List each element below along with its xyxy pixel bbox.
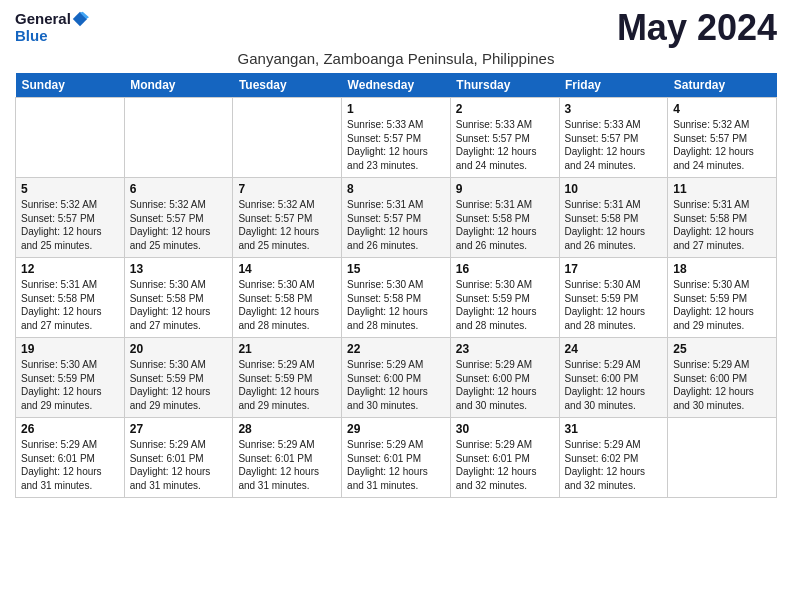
week-row-5: 26Sunrise: 5:29 AM Sunset: 6:01 PM Dayli… bbox=[16, 418, 777, 498]
calendar-cell: 16Sunrise: 5:30 AM Sunset: 5:59 PM Dayli… bbox=[450, 258, 559, 338]
calendar-cell: 26Sunrise: 5:29 AM Sunset: 6:01 PM Dayli… bbox=[16, 418, 125, 498]
day-info: Sunrise: 5:31 AM Sunset: 5:58 PM Dayligh… bbox=[565, 198, 663, 252]
day-number: 5 bbox=[21, 182, 119, 196]
calendar-cell: 2Sunrise: 5:33 AM Sunset: 5:57 PM Daylig… bbox=[450, 98, 559, 178]
day-info: Sunrise: 5:32 AM Sunset: 5:57 PM Dayligh… bbox=[21, 198, 119, 252]
day-info: Sunrise: 5:29 AM Sunset: 6:01 PM Dayligh… bbox=[21, 438, 119, 492]
day-info: Sunrise: 5:33 AM Sunset: 5:57 PM Dayligh… bbox=[565, 118, 663, 172]
logo-blue: Blue bbox=[15, 28, 48, 45]
day-info: Sunrise: 5:32 AM Sunset: 5:57 PM Dayligh… bbox=[130, 198, 228, 252]
calendar-cell: 12Sunrise: 5:31 AM Sunset: 5:58 PM Dayli… bbox=[16, 258, 125, 338]
day-number: 3 bbox=[565, 102, 663, 116]
calendar-cell: 29Sunrise: 5:29 AM Sunset: 6:01 PM Dayli… bbox=[342, 418, 451, 498]
day-number: 11 bbox=[673, 182, 771, 196]
day-info: Sunrise: 5:31 AM Sunset: 5:58 PM Dayligh… bbox=[21, 278, 119, 332]
calendar-cell: 1Sunrise: 5:33 AM Sunset: 5:57 PM Daylig… bbox=[342, 98, 451, 178]
calendar-cell bbox=[668, 418, 777, 498]
location-title: Ganyangan, Zamboanga Peninsula, Philippi… bbox=[15, 50, 777, 67]
day-number: 15 bbox=[347, 262, 445, 276]
day-info: Sunrise: 5:30 AM Sunset: 5:59 PM Dayligh… bbox=[130, 358, 228, 412]
day-number: 30 bbox=[456, 422, 554, 436]
logo-icon bbox=[71, 10, 89, 28]
weekday-header-monday: Monday bbox=[124, 73, 233, 98]
day-number: 2 bbox=[456, 102, 554, 116]
day-info: Sunrise: 5:30 AM Sunset: 5:59 PM Dayligh… bbox=[21, 358, 119, 412]
day-info: Sunrise: 5:29 AM Sunset: 5:59 PM Dayligh… bbox=[238, 358, 336, 412]
week-row-3: 12Sunrise: 5:31 AM Sunset: 5:58 PM Dayli… bbox=[16, 258, 777, 338]
day-number: 21 bbox=[238, 342, 336, 356]
calendar-cell: 13Sunrise: 5:30 AM Sunset: 5:58 PM Dayli… bbox=[124, 258, 233, 338]
day-info: Sunrise: 5:29 AM Sunset: 6:00 PM Dayligh… bbox=[347, 358, 445, 412]
week-row-1: 1Sunrise: 5:33 AM Sunset: 5:57 PM Daylig… bbox=[16, 98, 777, 178]
calendar-cell: 28Sunrise: 5:29 AM Sunset: 6:01 PM Dayli… bbox=[233, 418, 342, 498]
day-number: 12 bbox=[21, 262, 119, 276]
calendar-table: SundayMondayTuesdayWednesdayThursdayFrid… bbox=[15, 73, 777, 498]
day-info: Sunrise: 5:29 AM Sunset: 6:00 PM Dayligh… bbox=[565, 358, 663, 412]
weekday-header-saturday: Saturday bbox=[668, 73, 777, 98]
day-info: Sunrise: 5:31 AM Sunset: 5:58 PM Dayligh… bbox=[456, 198, 554, 252]
calendar-cell: 31Sunrise: 5:29 AM Sunset: 6:02 PM Dayli… bbox=[559, 418, 668, 498]
calendar-cell: 22Sunrise: 5:29 AM Sunset: 6:00 PM Dayli… bbox=[342, 338, 451, 418]
day-info: Sunrise: 5:32 AM Sunset: 5:57 PM Dayligh… bbox=[238, 198, 336, 252]
calendar-cell: 24Sunrise: 5:29 AM Sunset: 6:00 PM Dayli… bbox=[559, 338, 668, 418]
calendar-cell bbox=[233, 98, 342, 178]
day-number: 16 bbox=[456, 262, 554, 276]
weekday-header-wednesday: Wednesday bbox=[342, 73, 451, 98]
logo: General Blue bbox=[15, 10, 89, 45]
calendar-cell: 23Sunrise: 5:29 AM Sunset: 6:00 PM Dayli… bbox=[450, 338, 559, 418]
day-number: 26 bbox=[21, 422, 119, 436]
calendar-cell: 27Sunrise: 5:29 AM Sunset: 6:01 PM Dayli… bbox=[124, 418, 233, 498]
calendar-cell: 25Sunrise: 5:29 AM Sunset: 6:00 PM Dayli… bbox=[668, 338, 777, 418]
day-info: Sunrise: 5:29 AM Sunset: 6:01 PM Dayligh… bbox=[456, 438, 554, 492]
day-info: Sunrise: 5:29 AM Sunset: 6:02 PM Dayligh… bbox=[565, 438, 663, 492]
day-number: 1 bbox=[347, 102, 445, 116]
calendar-cell: 19Sunrise: 5:30 AM Sunset: 5:59 PM Dayli… bbox=[16, 338, 125, 418]
calendar-cell: 20Sunrise: 5:30 AM Sunset: 5:59 PM Dayli… bbox=[124, 338, 233, 418]
weekday-header-sunday: Sunday bbox=[16, 73, 125, 98]
day-number: 19 bbox=[21, 342, 119, 356]
day-number: 6 bbox=[130, 182, 228, 196]
day-number: 13 bbox=[130, 262, 228, 276]
day-number: 14 bbox=[238, 262, 336, 276]
day-info: Sunrise: 5:31 AM Sunset: 5:58 PM Dayligh… bbox=[673, 198, 771, 252]
weekday-header-friday: Friday bbox=[559, 73, 668, 98]
day-number: 18 bbox=[673, 262, 771, 276]
calendar-cell: 14Sunrise: 5:30 AM Sunset: 5:58 PM Dayli… bbox=[233, 258, 342, 338]
day-number: 23 bbox=[456, 342, 554, 356]
calendar-cell bbox=[124, 98, 233, 178]
calendar-cell: 17Sunrise: 5:30 AM Sunset: 5:59 PM Dayli… bbox=[559, 258, 668, 338]
weekday-header-thursday: Thursday bbox=[450, 73, 559, 98]
day-number: 8 bbox=[347, 182, 445, 196]
day-info: Sunrise: 5:29 AM Sunset: 6:00 PM Dayligh… bbox=[673, 358, 771, 412]
day-number: 28 bbox=[238, 422, 336, 436]
day-info: Sunrise: 5:29 AM Sunset: 6:01 PM Dayligh… bbox=[347, 438, 445, 492]
calendar-cell: 10Sunrise: 5:31 AM Sunset: 5:58 PM Dayli… bbox=[559, 178, 668, 258]
day-info: Sunrise: 5:32 AM Sunset: 5:57 PM Dayligh… bbox=[673, 118, 771, 172]
week-row-2: 5Sunrise: 5:32 AM Sunset: 5:57 PM Daylig… bbox=[16, 178, 777, 258]
day-info: Sunrise: 5:30 AM Sunset: 5:58 PM Dayligh… bbox=[238, 278, 336, 332]
day-info: Sunrise: 5:30 AM Sunset: 5:58 PM Dayligh… bbox=[347, 278, 445, 332]
day-info: Sunrise: 5:29 AM Sunset: 6:01 PM Dayligh… bbox=[130, 438, 228, 492]
day-info: Sunrise: 5:29 AM Sunset: 6:00 PM Dayligh… bbox=[456, 358, 554, 412]
day-number: 10 bbox=[565, 182, 663, 196]
month-title: May 2024 bbox=[617, 10, 777, 46]
calendar-cell: 18Sunrise: 5:30 AM Sunset: 5:59 PM Dayli… bbox=[668, 258, 777, 338]
calendar-cell: 9Sunrise: 5:31 AM Sunset: 5:58 PM Daylig… bbox=[450, 178, 559, 258]
calendar-cell bbox=[16, 98, 125, 178]
calendar-cell: 15Sunrise: 5:30 AM Sunset: 5:58 PM Dayli… bbox=[342, 258, 451, 338]
day-info: Sunrise: 5:30 AM Sunset: 5:59 PM Dayligh… bbox=[565, 278, 663, 332]
calendar-cell: 3Sunrise: 5:33 AM Sunset: 5:57 PM Daylig… bbox=[559, 98, 668, 178]
calendar-cell: 8Sunrise: 5:31 AM Sunset: 5:57 PM Daylig… bbox=[342, 178, 451, 258]
calendar-cell: 5Sunrise: 5:32 AM Sunset: 5:57 PM Daylig… bbox=[16, 178, 125, 258]
day-number: 25 bbox=[673, 342, 771, 356]
calendar-cell: 30Sunrise: 5:29 AM Sunset: 6:01 PM Dayli… bbox=[450, 418, 559, 498]
day-number: 9 bbox=[456, 182, 554, 196]
day-info: Sunrise: 5:30 AM Sunset: 5:59 PM Dayligh… bbox=[673, 278, 771, 332]
day-number: 20 bbox=[130, 342, 228, 356]
week-row-4: 19Sunrise: 5:30 AM Sunset: 5:59 PM Dayli… bbox=[16, 338, 777, 418]
calendar-cell: 6Sunrise: 5:32 AM Sunset: 5:57 PM Daylig… bbox=[124, 178, 233, 258]
day-number: 17 bbox=[565, 262, 663, 276]
day-number: 4 bbox=[673, 102, 771, 116]
day-info: Sunrise: 5:29 AM Sunset: 6:01 PM Dayligh… bbox=[238, 438, 336, 492]
day-number: 7 bbox=[238, 182, 336, 196]
